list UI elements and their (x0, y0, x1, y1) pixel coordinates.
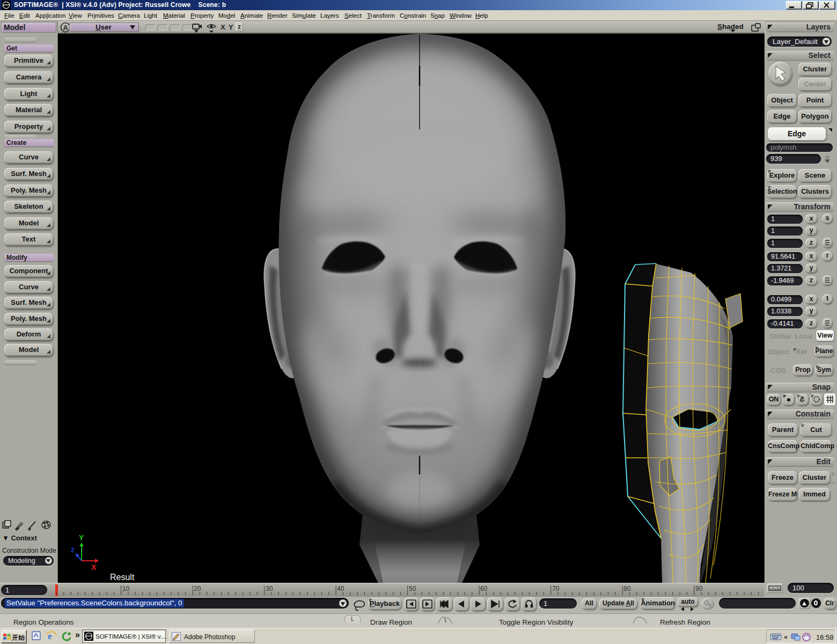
svg-text:Z: Z (71, 547, 75, 553)
svg-text:Y: Y (79, 533, 84, 542)
svg-text:A: A (63, 24, 68, 32)
svg-text:Result: Result (110, 573, 135, 582)
svg-text:X: X (91, 563, 97, 572)
